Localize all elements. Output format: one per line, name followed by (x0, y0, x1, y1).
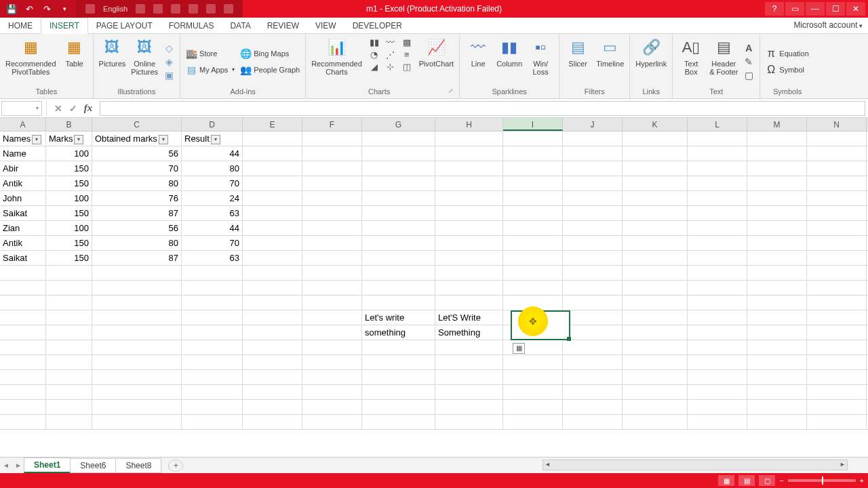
cancel-formula-icon[interactable]: ✕ (51, 101, 66, 116)
zoom-in-icon[interactable]: + (860, 476, 864, 485)
pivotchart-button[interactable]: 📈PivotChart (418, 35, 455, 69)
cell[interactable]: 56 (92, 221, 182, 235)
page-layout-view-icon[interactable]: ▤ (738, 475, 755, 486)
recommended-charts-button[interactable]: 📊Recommended Charts (310, 35, 363, 77)
cell[interactable]: 56 (92, 146, 182, 161)
smartart-button[interactable]: ◈ (162, 56, 176, 68)
name-box[interactable] (1, 101, 42, 116)
bing-maps-button[interactable]: 🌐Bing Maps (239, 47, 301, 60)
cell[interactable]: 150 (46, 161, 92, 176)
maximize-icon[interactable]: ☐ (826, 2, 845, 16)
cell[interactable]: 70 (182, 236, 243, 250)
scatter-chart-icon[interactable]: ⋰ (384, 49, 397, 60)
cell[interactable]: 150 (46, 176, 92, 190)
col-header-active[interactable]: I (503, 118, 563, 131)
zoom-out-icon[interactable]: − (779, 476, 783, 485)
enter-formula-icon[interactable]: ✓ (66, 101, 81, 116)
store-button[interactable]: 🏬Store (184, 47, 236, 60)
autofill-options-icon[interactable]: ▦ (513, 343, 525, 354)
cell[interactable]: Zian (0, 221, 46, 235)
textbox-button[interactable]: A▯Text Box (677, 35, 705, 77)
recommended-pivottables-button[interactable]: ▦Recommended PivotTables (4, 35, 58, 77)
cell[interactable]: 100 (46, 146, 92, 161)
sheet-nav-next-icon[interactable]: ► (12, 462, 24, 469)
equation-button[interactable]: πEquation (764, 47, 810, 60)
tab-review[interactable]: REVIEW (259, 18, 307, 33)
horizontal-scrollbar[interactable] (542, 460, 848, 470)
col-header[interactable]: F (302, 118, 362, 131)
formula-input[interactable] (100, 101, 865, 116)
account-menu[interactable]: Microsoft account (793, 20, 863, 30)
col-header[interactable]: N (807, 118, 867, 131)
bar-chart-icon[interactable]: ≡ (400, 49, 414, 60)
sparkline-line-button[interactable]: 〰Line (464, 35, 492, 69)
header-footer-button[interactable]: ▤Header & Footer (708, 35, 739, 77)
treemap-icon[interactable]: ▩ (400, 37, 414, 47)
col-header[interactable]: E (243, 118, 302, 131)
cell[interactable]: 150 (46, 251, 92, 265)
ribbon-options-icon[interactable]: ▭ (785, 2, 804, 16)
table-header-cell[interactable]: Obtained marks▾ (92, 131, 182, 146)
sparkline-column-button[interactable]: ▮▮Column (495, 35, 524, 69)
symbol-button[interactable]: ΩSymbol (764, 64, 810, 76)
cell[interactable]: 44 (182, 221, 243, 235)
cell[interactable]: Something (435, 325, 503, 340)
col-header[interactable]: J (563, 118, 623, 131)
filter-dropdown-icon[interactable]: ▾ (211, 135, 220, 144)
wordart-button[interactable]: A (742, 42, 755, 54)
col-header[interactable]: K (623, 118, 688, 131)
col-header[interactable]: B (46, 118, 92, 131)
sheet-nav-prev-icon[interactable]: ◄ (0, 462, 12, 469)
save-icon[interactable]: 💾 (4, 2, 19, 16)
cell[interactable]: 150 (46, 206, 92, 220)
hyperlink-button[interactable]: 🔗Hyperlink (634, 35, 668, 69)
cell[interactable]: Antik (0, 176, 46, 190)
redo-icon[interactable]: ↷ (39, 2, 54, 16)
cell[interactable]: Abir (0, 161, 46, 176)
table-button[interactable]: ▦Table (60, 35, 89, 69)
tab-formulas[interactable]: FORMULAS (161, 18, 222, 33)
sheet-tab-active[interactable]: Sheet1 (24, 458, 71, 473)
col-header[interactable]: H (435, 118, 503, 131)
timeline-button[interactable]: ▭Timeline (595, 35, 625, 69)
stock-chart-icon[interactable]: ⊹ (384, 61, 397, 72)
page-break-view-icon[interactable]: ▢ (759, 475, 775, 486)
object-button[interactable]: ▢ (742, 69, 755, 81)
tab-data[interactable]: DATA (222, 18, 258, 33)
cell[interactable]: 80 (92, 176, 182, 190)
sheet-tab[interactable]: Sheet6 (70, 458, 116, 473)
col-header[interactable]: A (0, 118, 46, 131)
tab-insert[interactable]: INSERT (41, 18, 88, 34)
col-header[interactable]: G (362, 118, 435, 131)
zoom-slider[interactable] (788, 479, 856, 482)
cell[interactable]: 70 (92, 161, 182, 176)
cell[interactable]: 76 (92, 191, 182, 205)
shapes-button[interactable]: ◇ (162, 42, 176, 54)
qat-customize-icon[interactable]: ▾ (57, 2, 72, 16)
col-header[interactable]: L (688, 118, 747, 131)
minimize-icon[interactable]: — (806, 2, 825, 16)
column-chart-icon[interactable]: ▮▮ (368, 37, 381, 47)
cell[interactable]: Saikat (0, 251, 46, 265)
grid-body[interactable]: Names▾ Marks▾ Obtained marks▾ Result▾ Na… (0, 131, 868, 430)
filter-dropdown-icon[interactable]: ▾ (159, 135, 168, 144)
sparkline-winloss-button[interactable]: ▪▫Win/ Loss (526, 35, 555, 77)
cell[interactable]: something (362, 325, 435, 340)
col-header[interactable]: C (92, 118, 182, 131)
cell[interactable]: 87 (92, 251, 182, 265)
dialog-launcher-icon[interactable]: ⤢ (448, 87, 455, 97)
table-header-cell[interactable]: Result▾ (182, 131, 243, 146)
col-header[interactable]: D (182, 118, 243, 131)
combo-chart-icon[interactable]: ◫ (400, 61, 414, 72)
cell[interactable]: 100 (46, 221, 92, 235)
line-chart-icon[interactable]: 〰 (384, 37, 397, 47)
cell[interactable]: Let's write (362, 310, 435, 325)
people-graph-button[interactable]: 👥People Graph (239, 64, 301, 76)
sheet-tab[interactable]: Sheet8 (115, 458, 161, 473)
tab-view[interactable]: VIEW (307, 18, 344, 33)
cell[interactable]: 63 (182, 206, 243, 220)
tab-home[interactable]: HOME (0, 18, 41, 33)
pie-chart-icon[interactable]: ◔ (368, 49, 381, 60)
signature-button[interactable]: ✎ (742, 56, 755, 68)
cell[interactable]: 80 (182, 161, 243, 176)
